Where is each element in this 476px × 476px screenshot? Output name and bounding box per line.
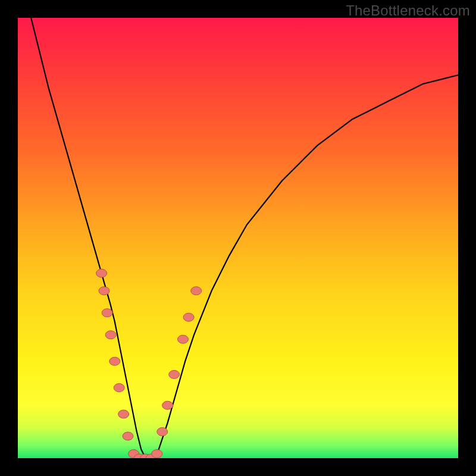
curve-marker <box>105 331 116 339</box>
curve-marker <box>183 313 194 321</box>
curve-marker <box>123 432 133 440</box>
curve-marker <box>169 370 180 378</box>
bottleneck-curve <box>31 18 458 458</box>
chart-frame: TheBottleneck.com <box>0 0 476 476</box>
curve-marker <box>99 287 109 295</box>
curve-marker <box>96 269 107 277</box>
chart-overlay <box>18 18 458 458</box>
curve-marker <box>157 428 168 436</box>
curve-marker <box>152 450 162 458</box>
curve-marker <box>178 335 189 343</box>
curve-markers <box>96 269 202 458</box>
curve-marker <box>118 410 129 418</box>
curve-marker <box>162 401 173 409</box>
plot-area <box>18 18 458 458</box>
curve-marker <box>191 287 202 295</box>
curve-marker <box>102 309 112 317</box>
curve-marker <box>109 357 120 365</box>
watermark-text: TheBottleneck.com <box>346 2 470 19</box>
curve-marker <box>114 384 124 392</box>
